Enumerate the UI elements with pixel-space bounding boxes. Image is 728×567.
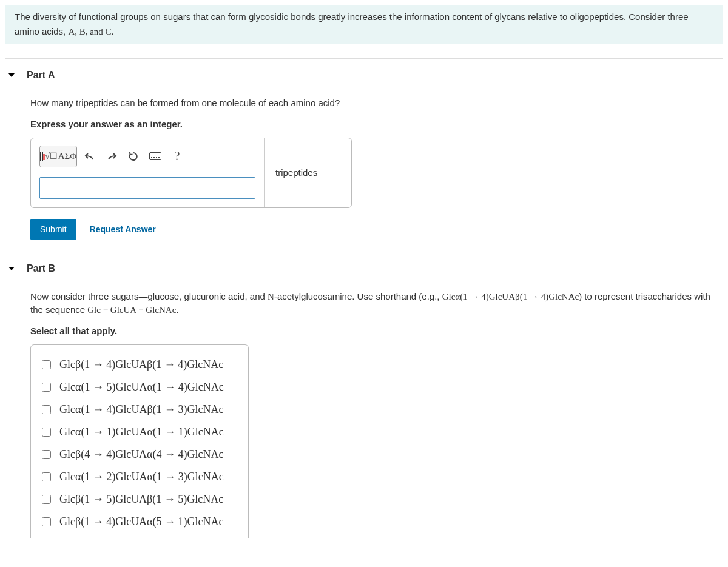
request-answer-link[interactable]: Request Answer (90, 224, 156, 234)
option-label-5[interactable]: Glcα(1 → 2)GlcUAα(1 → 3)GlcNAc (59, 471, 224, 483)
option-label-7[interactable]: Glcβ(1 → 4)GlcUAα(5 → 1)GlcNAc (59, 515, 224, 528)
option-checkbox-5[interactable] (42, 472, 51, 481)
part-a-header[interactable]: Part A (0, 59, 728, 92)
option-row: Glcα(1 → 1)GlcUAα(1 → 1)GlcNAc (42, 421, 237, 443)
part-a-body: How many tripeptides can be formed from … (0, 92, 728, 252)
option-checkbox-3[interactable] (42, 428, 51, 437)
chevron-down-icon (8, 73, 15, 77)
option-checkbox-4[interactable] (42, 450, 51, 459)
undo-icon (84, 152, 95, 161)
option-checkbox-0[interactable] (42, 360, 51, 369)
submit-button[interactable]: Submit (30, 219, 76, 240)
option-row: Glcβ(1 → 4)GlcUAα(5 → 1)GlcNAc (42, 511, 237, 533)
part-b-prompt: Now consider three sugars—glucose, glucu… (30, 285, 720, 322)
undo-button[interactable] (81, 146, 99, 167)
option-row: Glcβ(1 → 4)GlcUAβ(1 → 4)GlcNAc (42, 354, 237, 376)
option-row: Glcα(1 → 5)GlcUAα(1 → 4)GlcNAc (42, 376, 237, 398)
intro-text: The diversity of functional groups on su… (15, 12, 689, 36)
help-button[interactable]: ? (168, 146, 186, 167)
keyboard-icon (149, 152, 161, 160)
option-row: Glcβ(1 → 5)GlcUAβ(1 → 5)GlcNAc (42, 488, 237, 511)
part-b-instruction: Select all that apply. (30, 322, 720, 344)
option-checkbox-6[interactable] (42, 495, 51, 504)
part-a-title: Part A (27, 70, 55, 81)
part-b-body: Now consider three sugars—glucose, glucu… (0, 285, 728, 551)
option-label-1[interactable]: Glcα(1 → 5)GlcUAα(1 → 4)GlcNAc (59, 381, 224, 394)
part-b-title: Part B (27, 263, 55, 274)
reset-icon (128, 151, 139, 162)
prompt-n: N (268, 292, 274, 301)
redo-button[interactable] (103, 146, 121, 167)
prompt-sequence: Glc − GlcUA − GlcNAc (87, 305, 176, 315)
option-row: Glcα(1 → 2)GlcUAα(1 → 3)GlcNAc (42, 466, 237, 488)
prompt-text: -acetylglucosamine. Use shorthand (e.g., (274, 291, 442, 301)
unit-label: tripeptides (265, 167, 328, 178)
option-label-6[interactable]: Glcβ(1 → 5)GlcUAβ(1 → 5)GlcNAc (59, 493, 223, 506)
option-row: Glcβ(4 → 4)GlcUAα(4 → 4)GlcNAc (42, 443, 237, 466)
option-row: Glcα(1 → 4)GlcUAβ(1 → 3)GlcNAc (42, 398, 237, 421)
intro-letters: A, B, and C. (68, 27, 113, 36)
option-checkbox-7[interactable] (42, 517, 51, 526)
prompt-text: Now consider three sugars—glucose, glucu… (30, 291, 268, 301)
part-a-prompt: How many tripeptides can be formed from … (30, 92, 720, 115)
options-panel: Glcβ(1 → 4)GlcUAβ(1 → 4)GlcNAc Glcα(1 → … (30, 344, 249, 538)
option-label-3[interactable]: Glcα(1 → 1)GlcUAα(1 → 1)GlcNAc (59, 426, 224, 438)
chevron-down-icon (8, 267, 15, 270)
keyboard-button[interactable] (146, 146, 164, 167)
intro-box: The diversity of functional groups on su… (5, 5, 723, 44)
option-label-2[interactable]: Glcα(1 → 4)GlcUAβ(1 → 3)GlcNAc (59, 403, 224, 416)
option-label-4[interactable]: Glcβ(4 → 4)GlcUAα(4 → 4)GlcNAc (59, 448, 224, 461)
prompt-text: . (176, 304, 178, 315)
answer-toolbar: √☐ ΑΣΦ ? (39, 146, 255, 167)
template-button[interactable]: √☐ (40, 146, 58, 167)
option-checkbox-1[interactable] (42, 383, 51, 392)
answer-input[interactable] (39, 177, 255, 199)
redo-icon (106, 152, 117, 161)
option-label-0[interactable]: Glcβ(1 → 4)GlcUAβ(1 → 4)GlcNAc (59, 358, 223, 371)
option-checkbox-2[interactable] (42, 405, 51, 414)
reset-button[interactable] (124, 146, 143, 167)
answer-panel: √☐ ΑΣΦ ? (30, 138, 352, 208)
template-icon (40, 152, 43, 161)
prompt-example: Glcα(1 → 4)GlcUAβ(1 → 4)GlcNAc (442, 292, 579, 301)
radical-icon: √☐ (45, 151, 58, 161)
part-a-instruction: Express your answer as an integer. (30, 115, 720, 138)
greek-button[interactable]: ΑΣΦ (58, 146, 76, 167)
part-b-header[interactable]: Part B (0, 252, 728, 285)
